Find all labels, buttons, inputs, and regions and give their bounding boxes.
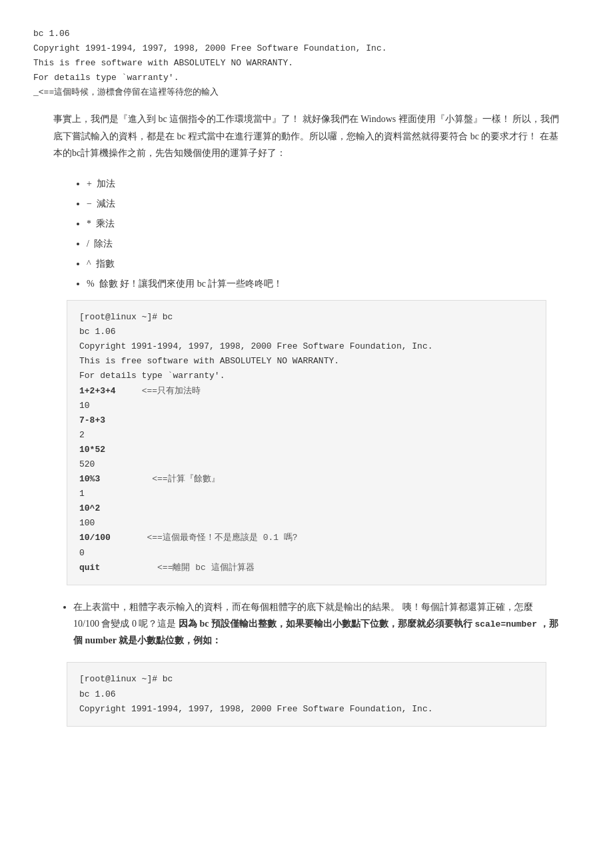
operators-list: + 加法 − 減法 * 乘法 / 除法 ^ 指數 % 餘數 好！讓我們來使用 b… [87, 175, 580, 293]
code-example2-block: [root@linux ~]# bc bc 1.06 Copyright 199… [67, 662, 546, 726]
code-output-0: 0 [79, 546, 534, 561]
operator-add: + 加法 [87, 175, 580, 193]
intro-line-3: This is free software with ABSOLUTELY NO… [33, 56, 580, 71]
code-prompt: [root@linux ~]# bc [79, 310, 534, 325]
code2-copyright: Copyright 1991-1994, 1997, 1998, 2000 Fr… [79, 702, 534, 717]
code-output-100: 100 [79, 516, 534, 531]
code-line-div: 10/100 <==這個最奇怪！不是應該是 0.1 嗎? [79, 531, 534, 545]
code-example-block: [root@linux ~]# bc bc 1.06 Copyright 199… [67, 300, 546, 585]
code-line-quit: quit <==離開 bc 這個計算器 [79, 561, 534, 575]
operator-subtract: − 減法 [87, 195, 580, 213]
code-output-10: 10 [79, 399, 534, 413]
operator-modulo: % 餘數 好！讓我們來使用 bc 計算一些咚咚吧！ [87, 275, 580, 293]
code-output-1: 1 [79, 487, 534, 501]
intro-line-4: For details type `warranty'. [33, 71, 580, 85]
code-output-2: 2 [79, 428, 534, 443]
bottom-note-list: 在上表當中，粗體字表示輸入的資料，而在每個粗體字的底下就是輸出的結果。 咦！每個… [53, 599, 560, 649]
code-line-mod: 10%3 <==計算『餘數』 [79, 472, 534, 487]
code-line-pow: 10^2 [79, 501, 534, 516]
code-warranty: This is free software with ABSOLUTELY NO… [79, 354, 534, 369]
operator-divide: / 除法 [87, 235, 580, 253]
code-output-520: 520 [79, 457, 534, 472]
code2-version: bc 1.06 [79, 687, 534, 702]
code-details: For details type `warranty'. [79, 369, 534, 383]
code-version: bc 1.06 [79, 325, 534, 339]
code-line-add: 1+2+3+4 <==只有加法時 [79, 384, 534, 399]
description-text: 事實上，我們是『進入到 bc 這個指令的工作環境當中』了！ 就好像我們在 Win… [53, 111, 560, 161]
intro-line-5: _<==這個時候，游標會停留在這裡等待您的輸入 [33, 85, 580, 100]
operator-multiply: * 乘法 [87, 215, 580, 233]
code-line-sub: 7-8+3 [79, 413, 534, 428]
bottom-note-item: 在上表當中，粗體字表示輸入的資料，而在每個粗體字的底下就是輸出的結果。 咦！每個… [73, 599, 560, 649]
operator-power: ^ 指數 [87, 255, 580, 273]
intro-line-1: bc 1.06 [33, 27, 580, 41]
code2-prompt: [root@linux ~]# bc [79, 672, 534, 687]
intro-line-2: Copyright 1991-1994, 1997, 1998, 2000 Fr… [33, 41, 580, 56]
description-block: 事實上，我們是『進入到 bc 這個指令的工作環境當中』了！ 就好像我們在 Win… [53, 111, 560, 161]
intro-code-block: bc 1.06 Copyright 1991-1994, 1997, 1998,… [33, 27, 580, 100]
bottom-note-text: 在上表當中，粗體字表示輸入的資料，而在每個粗體字的底下就是輸出的結果。 咦！每個… [73, 599, 560, 649]
code-line-mul: 10*52 [79, 443, 534, 457]
code-copyright: Copyright 1991-1994, 1997, 1998, 2000 Fr… [79, 339, 534, 354]
